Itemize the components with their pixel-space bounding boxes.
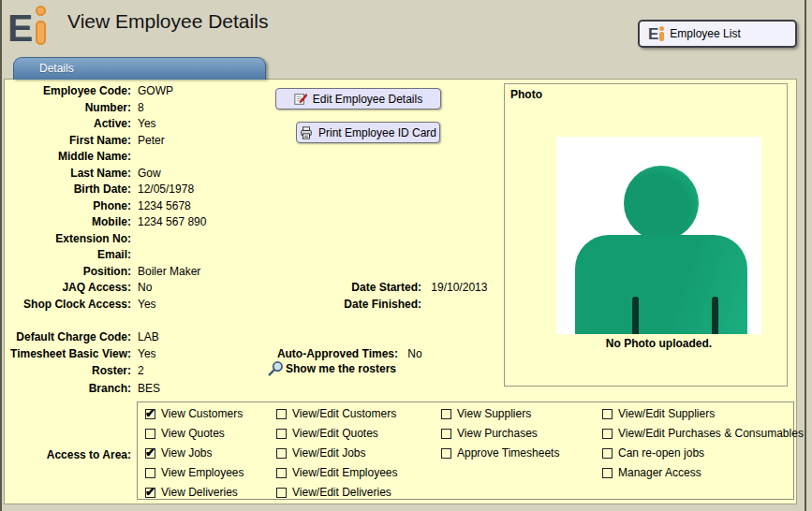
checkbox-label: View/Edit Customers — [292, 407, 396, 420]
access-checkbox-item[interactable]: View Suppliers — [441, 407, 531, 420]
field-row: Employee Code:GOWP — [5, 84, 173, 97]
field-value: Boiler Maker — [138, 265, 200, 278]
field-value: 8 — [138, 101, 144, 114]
access-checkbox-item[interactable]: Can re-open jobs — [602, 446, 704, 460]
field-row: Date Finished: — [309, 298, 428, 311]
checkbox[interactable] — [276, 488, 287, 498]
field-value: BES — [138, 382, 160, 395]
field-label: Branch: — [5, 382, 131, 395]
field-row: Middle Name: — [5, 150, 138, 163]
access-checkbox-item[interactable]: View Employees — [145, 466, 244, 479]
checkbox[interactable] — [441, 448, 451, 459]
field-label: Auto-Approved Times: — [272, 347, 398, 360]
checkbox[interactable] — [276, 448, 287, 459]
access-checkbox-item[interactable]: View/Edit Quotes — [276, 427, 378, 440]
checkbox-label: View/Edit Jobs — [292, 446, 366, 460]
field-row: First Name:Peter — [5, 134, 165, 147]
access-checkbox-item[interactable]: View Deliveries — [145, 486, 238, 499]
checkbox-label: View Quotes — [161, 427, 225, 440]
checkbox[interactable] — [602, 448, 613, 459]
field-row: Date Started: 19/10/2013 — [309, 281, 487, 294]
checkbox-label: View Suppliers — [457, 407, 531, 420]
field-label: Last Name: — [5, 167, 131, 180]
person-head-shape — [624, 166, 699, 241]
field-label: Position: — [5, 265, 131, 278]
access-checkbox-item[interactable]: View Purchases — [441, 427, 538, 440]
checkbox[interactable] — [441, 409, 451, 419]
show-rosters-link[interactable]: Show me the rosters — [268, 360, 396, 376]
field-label: Phone: — [5, 199, 131, 212]
field-value: 2 — [138, 364, 144, 377]
checkbox[interactable] — [145, 429, 155, 439]
field-label: Shop Clock Access: — [5, 298, 131, 311]
access-checkbox-item[interactable]: View/Edit Jobs — [276, 446, 366, 460]
checkbox[interactable] — [145, 409, 155, 419]
field-value: GOWP — [138, 84, 173, 97]
checkbox[interactable] — [276, 409, 287, 419]
field-label: Email: — [5, 248, 131, 261]
field-label: Middle Name: — [5, 150, 131, 163]
field-row: Phone:1234 5678 — [5, 199, 191, 212]
access-checkbox-item[interactable]: View/Edit Purchases & Consumables — [602, 427, 804, 440]
field-row: Mobile:1234 567 890 — [5, 215, 206, 228]
access-checkbox-item[interactable]: View Customers — [145, 407, 243, 420]
field-value: Peter — [138, 134, 165, 147]
field-label: Default Charge Code: — [5, 330, 131, 343]
checkbox[interactable] — [276, 429, 287, 439]
field-value: Gow — [138, 167, 161, 180]
employee-list-button[interactable]: E Employee List — [638, 20, 797, 48]
field-row: Roster:2 — [5, 364, 144, 377]
checkbox[interactable] — [145, 488, 155, 498]
show-rosters-label: Show me the rosters — [286, 362, 396, 375]
checkbox[interactable] — [145, 468, 155, 478]
field-value: 1234 567 890 — [138, 215, 206, 228]
field-label: Extension No: — [5, 232, 131, 245]
employee-list-logo-icon: E — [648, 26, 665, 42]
checkbox-label: View/Edit Quotes — [292, 427, 378, 440]
print-employee-id-card-button[interactable]: Print Employee ID Card — [296, 122, 440, 143]
printer-icon — [300, 126, 313, 139]
checkbox[interactable] — [602, 409, 613, 419]
access-checkbox-item[interactable]: View Quotes — [145, 427, 225, 440]
field-row: Default Charge Code:LAB — [5, 330, 159, 343]
tab-details[interactable]: Details — [13, 57, 266, 80]
field-label: Roster: — [5, 364, 131, 377]
checkbox[interactable] — [276, 468, 287, 478]
access-checkbox-item[interactable]: View Jobs — [145, 446, 212, 460]
field-row: Last Name:Gow — [5, 167, 161, 180]
field-row: Branch:BES — [5, 382, 160, 395]
photo-label: Photo — [510, 88, 542, 101]
window-border-left — [0, 0, 2, 511]
field-label: Active: — [5, 117, 131, 130]
field-value: No — [407, 347, 421, 360]
field-label: Timesheet Basic View: — [5, 347, 131, 360]
access-grid: View Customers View Quotes View Jobs Vie… — [137, 402, 794, 500]
employee-list-button-label: Employee List — [670, 27, 740, 40]
access-checkbox-item[interactable]: View/Edit Customers — [276, 407, 396, 420]
checkbox-label: View/Edit Employees — [292, 466, 398, 479]
field-value: LAB — [138, 330, 159, 343]
no-photo-text: No Photo uploaded. — [556, 337, 761, 350]
access-checkbox-item[interactable]: View/Edit Employees — [276, 466, 398, 479]
edit-employee-details-button[interactable]: Edit Employee Details — [275, 88, 441, 110]
checkbox[interactable] — [602, 468, 613, 478]
app-logo: E — [7, 5, 47, 47]
checkbox[interactable] — [441, 429, 451, 439]
access-checkbox-item[interactable]: Approve Timesheets — [441, 446, 559, 460]
field-row: Email: — [5, 248, 138, 261]
access-checkbox-item[interactable]: View/Edit Suppliers — [602, 407, 715, 420]
page-title: View Employee Details — [67, 10, 268, 33]
print-button-label: Print Employee ID Card — [318, 126, 436, 139]
field-row: Access to Area: — [5, 448, 131, 461]
checkbox[interactable] — [602, 429, 613, 439]
field-label: JAQ Access: — [5, 281, 131, 294]
access-checkbox-item[interactable]: Manager Access — [602, 466, 701, 479]
checkbox-label: View Employees — [161, 466, 244, 479]
checkbox-label: View Purchases — [457, 427, 538, 440]
magnifier-icon — [268, 360, 284, 376]
logo-letter-e: E — [7, 11, 32, 47]
access-checkbox-item[interactable]: View/Edit Deliveries — [276, 486, 391, 499]
field-value: Yes — [138, 117, 156, 130]
checkbox[interactable] — [145, 448, 155, 459]
field-value: No — [138, 281, 152, 294]
